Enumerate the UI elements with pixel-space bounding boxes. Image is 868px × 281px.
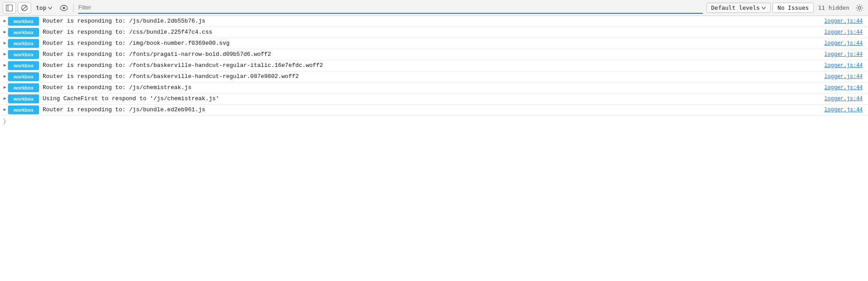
svg-rect-0 (6, 5, 12, 11)
expand-arrow[interactable]: ▶ (2, 28, 8, 36)
table-row: ▶workboxRouter is responding to: /js/bun… (0, 16, 868, 27)
source-link[interactable]: logger.js:44 (825, 73, 868, 81)
chevron-down-icon (48, 6, 52, 10)
expand-arrow[interactable]: ▶ (2, 39, 8, 47)
workbox-badge: workbox (8, 83, 39, 92)
expand-arrow[interactable]: ▶ (2, 62, 8, 70)
console-message-text: Router is responding to: /js/chemistreak… (43, 84, 821, 92)
workbox-badge: workbox (8, 105, 39, 114)
chevron-down-icon-levels (761, 6, 766, 10)
table-row: ▶workboxRouter is responding to: /fonts/… (0, 71, 868, 82)
console-message-text: Using CacheFirst to respond to '/js/chem… (43, 95, 821, 103)
source-link[interactable]: logger.js:44 (825, 95, 868, 103)
workbox-badge: workbox (8, 28, 39, 37)
expand-arrow[interactable]: ▶ (2, 51, 8, 59)
settings-button[interactable] (854, 2, 865, 14)
issues-label: No Issues (777, 4, 809, 11)
workbox-badge: workbox (8, 61, 39, 70)
issues-button[interactable]: No Issues (773, 3, 813, 13)
console-prompt[interactable]: 〉 (0, 116, 868, 127)
svg-point-5 (63, 7, 65, 9)
console-message-text: Router is responding to: /js/bundle.2db5… (43, 17, 821, 25)
expand-arrow[interactable]: ▶ (2, 95, 8, 103)
filter-input[interactable] (78, 4, 702, 11)
table-row: ▶workboxRouter is responding to: /fonts/… (0, 60, 868, 71)
table-row: ▶workboxRouter is responding to: /fonts/… (0, 49, 868, 60)
eye-icon (60, 5, 68, 11)
table-row: ▶workboxRouter is responding to: /img/bo… (0, 38, 868, 49)
expand-arrow[interactable]: ▶ (2, 84, 8, 92)
console-message-text: Router is responding to: /fonts/baskervi… (43, 73, 821, 81)
console-message-text: Router is responding to: /img/book-numbe… (43, 39, 821, 47)
block-icon (21, 4, 28, 12)
context-selector[interactable]: top (33, 3, 55, 12)
table-row: ▶workboxRouter is responding to: /css/bu… (0, 27, 868, 38)
filter-container (78, 2, 702, 14)
prompt-caret[interactable]: 〉 (4, 117, 6, 125)
source-link[interactable]: logger.js:44 (825, 84, 868, 92)
panel-icon (6, 4, 13, 12)
source-link[interactable]: logger.js:44 (825, 51, 868, 59)
source-link[interactable]: logger.js:44 (825, 17, 868, 25)
console-toolbar: top Default levels No Issues 11 hidden (0, 0, 868, 16)
svg-line-3 (22, 6, 27, 10)
gear-icon (856, 4, 864, 12)
console-area: ▶workboxRouter is responding to: /js/bun… (0, 16, 868, 116)
eye-toggle-button[interactable] (57, 2, 71, 14)
clear-console-button[interactable] (18, 2, 31, 14)
console-message-text: Router is responding to: /fonts/pragati-… (43, 51, 821, 59)
source-link[interactable]: logger.js:44 (825, 39, 868, 47)
expand-arrow[interactable]: ▶ (2, 17, 8, 25)
workbox-badge: workbox (8, 72, 39, 81)
expand-arrow[interactable]: ▶ (2, 106, 8, 114)
levels-label: Default levels (711, 4, 760, 11)
console-message-text: Router is responding to: /css/bundle.225… (43, 28, 821, 36)
svg-point-6 (858, 7, 861, 9)
sidebar-toggle-button[interactable] (3, 2, 16, 14)
workbox-badge: workbox (8, 39, 39, 48)
expand-arrow[interactable]: ▶ (2, 73, 8, 81)
source-link[interactable]: logger.js:44 (825, 62, 868, 70)
levels-dropdown-button[interactable]: Default levels (706, 3, 771, 13)
table-row: ▶workboxUsing CacheFirst to respond to '… (0, 94, 868, 105)
context-label: top (36, 4, 46, 11)
source-link[interactable]: logger.js:44 (825, 106, 868, 114)
workbox-badge: workbox (8, 94, 39, 103)
toolbar-separator (73, 4, 74, 12)
workbox-badge: workbox (8, 17, 39, 26)
hidden-count: 11 hidden (816, 4, 852, 11)
source-link[interactable]: logger.js:44 (825, 28, 868, 36)
console-message-text: Router is responding to: /js/bundle.ed2e… (43, 106, 821, 114)
workbox-badge: workbox (8, 50, 39, 59)
table-row: ▶workboxRouter is responding to: /js/bun… (0, 105, 868, 116)
console-message-text: Router is responding to: /fonts/baskervi… (43, 62, 821, 70)
table-row: ▶workboxRouter is responding to: /js/che… (0, 82, 868, 94)
